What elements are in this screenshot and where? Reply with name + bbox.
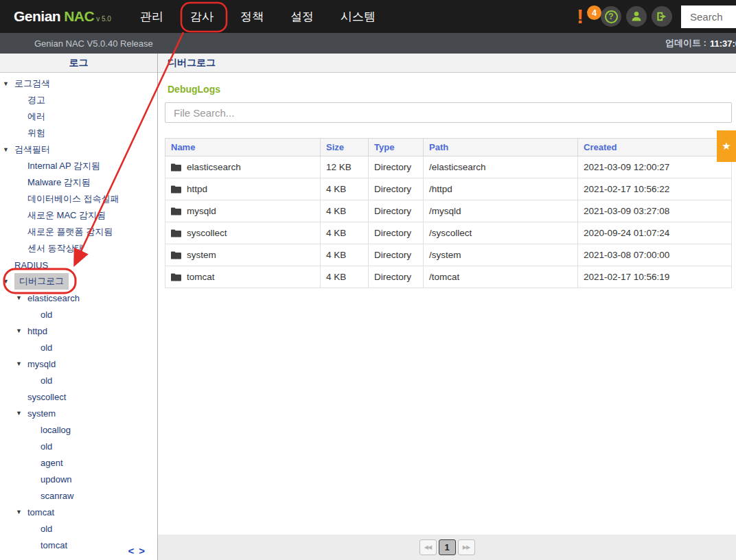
tree-item-label[interactable]: old <box>41 524 52 534</box>
global-search-input[interactable] <box>681 5 736 28</box>
expand-arrow-icon[interactable]: ▼ <box>3 146 14 153</box>
tree-item[interactable]: ▼ agent <box>0 454 157 471</box>
tree-item-label[interactable]: old <box>41 375 52 386</box>
table-row[interactable]: system 4 KB Directory /system 2021-03-08… <box>165 244 732 266</box>
main-menu-item[interactable]: 설정 <box>290 9 314 25</box>
column-header-created[interactable]: Created <box>578 139 732 156</box>
tree-item-label[interactable]: 위험 <box>27 127 45 139</box>
file-search-input[interactable] <box>165 102 732 123</box>
file-name[interactable]: syscollect <box>187 228 227 238</box>
main-menu-item[interactable]: 관리 <box>140 9 163 25</box>
tree-item-label[interactable]: locallog <box>41 425 71 435</box>
expand-arrow-icon[interactable]: ▼ <box>3 278 14 285</box>
tree-item-label[interactable]: RADIUS <box>14 260 48 270</box>
tree-item-label[interactable]: 에러 <box>27 110 45 123</box>
table-row[interactable]: elasticsearch 12 KB Directory /elasticse… <box>165 156 732 178</box>
table-row[interactable]: tomcat 4 KB Directory /tomcat 2021-02-17… <box>165 266 732 288</box>
main-menu-item[interactable]: 시스템 <box>341 9 376 25</box>
tree-item[interactable]: ▼ syscollect <box>0 388 157 405</box>
tree-item[interactable]: ▼ httpd <box>0 323 157 339</box>
tree-item-label[interactable]: old <box>41 342 52 353</box>
column-header-type[interactable]: Type <box>369 139 424 156</box>
tree-item[interactable]: ▼ 검색필터 <box>0 141 157 158</box>
tree-item[interactable]: ▼ old <box>0 339 157 355</box>
column-header-name[interactable]: Name <box>165 139 321 156</box>
expand-arrow-icon[interactable]: ▼ <box>16 360 27 367</box>
tree-item[interactable]: ▼ 에러 <box>0 108 157 125</box>
tree-item[interactable]: ▼ 데이터베이스 접속실패 <box>0 191 157 207</box>
tree-item[interactable]: ▼ 센서 동작상태 <box>0 240 157 257</box>
file-name[interactable]: elasticsearch <box>187 162 241 172</box>
tree-item[interactable]: ▼ 새로운 MAC 감지됨 <box>0 207 157 224</box>
tree-item[interactable]: ▼ system <box>0 405 157 421</box>
tree-item-label[interactable]: Internal AP 감지됨 <box>27 160 100 172</box>
tree-item[interactable]: ▼ old <box>0 520 157 537</box>
expand-arrow-icon[interactable]: ▼ <box>3 80 14 87</box>
tree-item-label[interactable]: 검색필터 <box>14 143 50 156</box>
tree-item-label[interactable]: mysqld <box>27 359 56 369</box>
tree-item-label[interactable]: tomcat <box>41 540 67 550</box>
previous-page-button[interactable]: ◀◀ <box>419 539 437 555</box>
table-row[interactable]: syscollect 4 KB Directory /syscollect 20… <box>165 222 732 244</box>
expand-arrow-icon[interactable]: ▼ <box>16 509 27 515</box>
favorite-button[interactable]: ★ <box>717 130 736 162</box>
logout-button[interactable] <box>652 6 672 27</box>
table-row[interactable]: httpd 4 KB Directory /httpd 2021-02-17 1… <box>165 178 732 200</box>
tree-item-label[interactable]: 로그검색 <box>14 78 50 90</box>
column-header-path[interactable]: Path <box>424 139 578 156</box>
expand-arrow-icon[interactable]: ▼ <box>16 294 27 301</box>
expand-arrow-icon[interactable]: ▼ <box>16 410 27 417</box>
tree-item-label[interactable]: syscollect <box>27 392 66 402</box>
tree-item-label[interactable]: updown <box>41 474 72 485</box>
tree-item[interactable]: ▼ 경고 <box>0 92 157 108</box>
file-name[interactable]: mysqld <box>187 206 216 216</box>
tree-item-label[interactable]: httpd <box>27 326 47 336</box>
tree-item[interactable]: ▼ 위험 <box>0 125 157 141</box>
tree-item-label[interactable]: system <box>27 408 56 419</box>
tree-item-label[interactable]: 새로운 플랫폼 감지됨 <box>27 226 113 238</box>
tree-item[interactable]: ▼ old <box>0 438 157 454</box>
tree-item[interactable]: ▼ scanraw <box>0 487 157 504</box>
app-logo[interactable]: Genian NAC v 5.0 <box>0 8 129 25</box>
next-page-button[interactable]: ▶▶ <box>458 539 475 555</box>
tree-item-label[interactable]: 센서 동작상태 <box>27 242 84 255</box>
tree-item[interactable]: ▼ mysqld <box>0 355 157 372</box>
expand-arrow-icon[interactable]: ▼ <box>16 327 27 334</box>
current-page-button[interactable]: 1 <box>439 539 456 555</box>
tree-item-label[interactable]: 데이터베이스 접속실패 <box>27 193 119 205</box>
tree-item[interactable]: ▼ locallog <box>0 421 157 438</box>
main-menu-item[interactable]: 정책 <box>240 9 264 25</box>
tree-item[interactable]: ▼ RADIUS <box>0 257 157 273</box>
alerts-button[interactable]: ! 4 <box>573 4 596 29</box>
main-menu-item[interactable]: 감사 <box>190 9 214 25</box>
table-row[interactable]: mysqld 4 KB Directory /mysqld 2021-03-09… <box>165 200 732 222</box>
tree-item[interactable]: ▼ 로그검색 <box>0 75 157 92</box>
tree-item-label[interactable]: old <box>41 441 52 452</box>
tree-item[interactable]: ▼ old <box>0 372 157 388</box>
file-name[interactable]: httpd <box>187 184 207 194</box>
tree-item-label[interactable]: tomcat <box>27 507 54 517</box>
tree-item-label[interactable]: scanraw <box>41 491 73 501</box>
help-button[interactable]: ? <box>601 6 621 27</box>
tree-item-label[interactable]: agent <box>41 458 63 468</box>
tree-item[interactable]: ▼ Internal AP 감지됨 <box>0 158 157 174</box>
tree-item-label[interactable]: Malware 감지됨 <box>27 176 91 189</box>
scroll-left-icon[interactable]: < <box>128 546 134 556</box>
user-account-button[interactable] <box>626 6 647 27</box>
tree-item-label[interactable]: 새로운 MAC 감지됨 <box>27 209 106 222</box>
tree-item-label[interactable]: 경고 <box>27 94 45 106</box>
tree-item[interactable]: ▼ Malware 감지됨 <box>0 174 157 191</box>
scroll-right-icon[interactable]: > <box>139 546 145 556</box>
tree-item[interactable]: ▼ elasticsearch <box>0 290 157 306</box>
file-name[interactable]: tomcat <box>187 272 215 282</box>
tree-item[interactable]: ▼ 디버그로그 <box>0 273 157 290</box>
tree-item-label[interactable]: elasticsearch <box>27 293 80 303</box>
file-name[interactable]: system <box>187 250 216 260</box>
tree-item[interactable]: ▼ updown <box>0 471 157 487</box>
column-header-size[interactable]: Size <box>321 139 369 156</box>
tree-item-label[interactable]: 디버그로그 <box>14 273 69 290</box>
tree-item[interactable]: ▼ old <box>0 306 157 323</box>
tree-item[interactable]: ▼ tomcat <box>0 504 157 520</box>
tree-item-label[interactable]: old <box>41 310 52 320</box>
tree-item[interactable]: ▼ 새로운 플랫폼 감지됨 <box>0 224 157 240</box>
